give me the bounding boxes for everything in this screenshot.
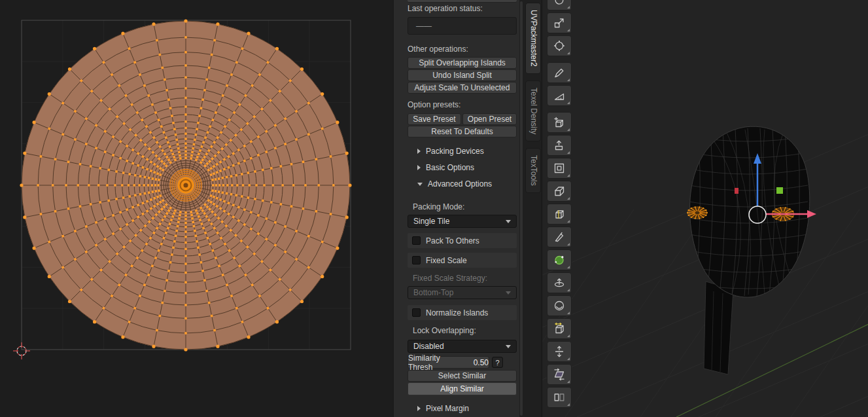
shear-tool-button[interactable] [547, 364, 572, 385]
transform-tool-button[interactable] [547, 35, 572, 56]
align-similar-button[interactable]: Align Similar [408, 382, 517, 395]
bevel-tool-icon [552, 185, 566, 198]
split-overlapping-islands-button[interactable]: Split Overlapping Islands [408, 57, 517, 69]
annotate-tool-icon [552, 66, 566, 79]
section-pixel-margin[interactable]: Pixel Margin [417, 404, 469, 413]
poly-build-tool-icon [552, 253, 566, 266]
fixed-scale-checkbox[interactable] [412, 256, 421, 264]
measure-tool-button[interactable] [547, 85, 572, 106]
normalize-islands-label: Normalize Islands [426, 308, 488, 317]
tool-shelf [547, 0, 576, 410]
chevron-right-icon [417, 406, 421, 411]
uvpackmaster-panel: Last operation status: —— Other operatio… [393, 0, 519, 417]
scale-tool-icon [552, 16, 566, 29]
inset-faces-tool-button[interactable] [547, 158, 572, 179]
tab-textools[interactable]: TexTools [525, 148, 541, 193]
normalize-islands-row[interactable]: Normalize Islands [408, 305, 517, 320]
spin-tool-button[interactable] [547, 272, 572, 293]
sidebar-tabs: UVPackmaster2Texel DensityTexTools [519, 0, 542, 417]
fixed-scale-row[interactable]: Fixed Scale [408, 253, 517, 268]
panel-top-divider [408, 0, 517, 3]
section-advanced-options-label: Advanced Options [428, 179, 492, 189]
extrude-region-tool-icon [552, 139, 566, 152]
other-operations-label: Other operations: [408, 45, 468, 54]
knife-tool-button[interactable] [547, 227, 572, 247]
shrink-fatten-tool-button[interactable] [547, 341, 572, 362]
extrude-region-tool-button[interactable] [547, 135, 572, 156]
rotate-tool-icon [552, 0, 566, 7]
uv-editor[interactable] [0, 0, 393, 417]
shrink-fatten-tool-icon [552, 345, 566, 358]
annotate-tool-button[interactable] [547, 62, 572, 83]
last-operation-label: Last operation status: [408, 5, 483, 13]
adjust-scale-to-unselected-button[interactable]: Adjust Scale To Unselected [408, 82, 517, 94]
pack-to-others-label: Pack To Others [426, 236, 479, 245]
packing-mode-dropdown[interactable]: Single Tile [408, 215, 517, 228]
transform-tool-icon [552, 39, 566, 52]
chevron-down-icon [506, 345, 511, 348]
shear-tool-icon [552, 368, 566, 381]
loop-cut-tool-icon [552, 208, 566, 221]
panel-scrollbar[interactable] [520, 1, 523, 416]
fixed-scale-label: Fixed Scale [426, 256, 467, 265]
edge-slide-tool-button[interactable] [547, 318, 572, 339]
similarity-threshold-field[interactable]: Similarity Thresh 0.50 [408, 356, 489, 369]
add-cube-tool-button[interactable] [547, 112, 572, 133]
fixed-scale-strategy-label: Fixed Scale Strategy: [413, 274, 487, 283]
lock-overlapping-dropdown[interactable]: Disabled [408, 340, 517, 353]
option-presets-label: Option presets: [408, 101, 460, 109]
spin-tool-icon [552, 276, 566, 289]
packing-mode-value: Single Tile [413, 217, 449, 226]
chevron-down-icon [417, 183, 423, 186]
smooth-tool-button[interactable] [547, 295, 572, 316]
chevron-right-icon [417, 149, 421, 154]
rip-region-tool-icon [552, 391, 566, 404]
last-operation-status-box: —— [408, 17, 517, 35]
last-operation-status-value: —— [416, 22, 432, 31]
packing-mode-label: Packing Mode: [413, 203, 464, 211]
lock-overlapping-label: Lock Overlapping: [413, 327, 476, 335]
viewport-canvas [542, 0, 868, 417]
help-button[interactable]: ? [492, 357, 503, 368]
blender-window: Last operation status: —— Other operatio… [0, 0, 868, 417]
chevron-right-icon [417, 165, 421, 170]
similarity-threshold-value: 0.50 [474, 358, 489, 367]
section-packing-devices[interactable]: Packing Devices [417, 147, 484, 156]
viewport-3d[interactable] [542, 0, 868, 417]
pack-to-others-row[interactable]: Pack To Others [408, 233, 517, 248]
reset-to-defaults-button[interactable]: Reset To Defaults [408, 126, 517, 137]
measure-tool-icon [552, 89, 566, 102]
question-mark-icon: ? [495, 359, 499, 367]
pack-to-others-checkbox[interactable] [412, 236, 421, 245]
chevron-down-icon [506, 291, 511, 295]
poly-build-tool-button[interactable] [547, 249, 572, 270]
section-basic-options[interactable]: Basic Options [417, 163, 474, 172]
section-packing-devices-label: Packing Devices [426, 147, 484, 156]
edge-slide-tool-icon [552, 322, 566, 335]
uv-canvas [0, 0, 393, 417]
loop-cut-tool-button[interactable] [547, 204, 572, 225]
normalize-islands-checkbox[interactable] [412, 308, 421, 317]
knife-tool-icon [552, 230, 566, 244]
undo-island-split-button[interactable]: Undo Island Split [408, 69, 517, 81]
open-preset-button[interactable]: Open Preset [462, 113, 517, 125]
scale-tool-button[interactable] [547, 12, 572, 33]
rotate-tool-button[interactable] [547, 0, 572, 10]
fixed-scale-strategy-dropdown: Bottom-Top [408, 286, 517, 299]
section-basic-options-label: Basic Options [426, 163, 474, 172]
select-similar-button[interactable]: Select Similar [408, 370, 517, 382]
similarity-threshold-label: Similarity Thresh [408, 354, 466, 372]
section-advanced-options[interactable]: Advanced Options [417, 179, 492, 189]
tab-texel-density[interactable]: Texel Density [525, 81, 541, 141]
fixed-scale-strategy-value: Bottom-Top [413, 288, 453, 297]
lock-overlapping-value: Disabled [413, 342, 444, 351]
smooth-tool-icon [552, 299, 566, 312]
bevel-tool-button[interactable] [547, 181, 572, 202]
add-cube-tool-icon [552, 116, 566, 129]
save-preset-button[interactable]: Save Preset [408, 113, 461, 125]
inset-faces-tool-icon [552, 162, 566, 175]
rip-region-tool-button[interactable] [547, 387, 572, 408]
section-pixel-margin-label: Pixel Margin [426, 404, 469, 413]
tab-uvpackmaster2[interactable]: UVPackmaster2 [525, 3, 541, 74]
chevron-down-icon [506, 220, 511, 223]
